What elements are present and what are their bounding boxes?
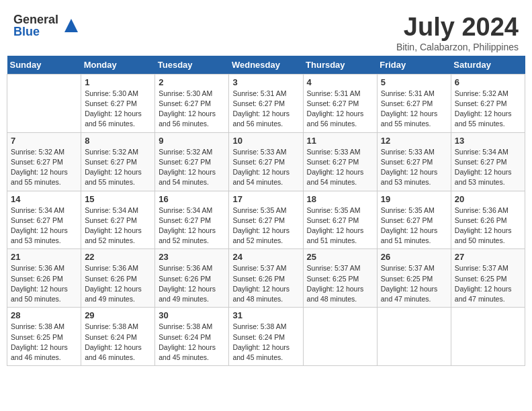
calendar-week-row: 21Sunrise: 5:36 AMSunset: 6:26 PMDayligh… bbox=[7, 249, 525, 308]
calendar-cell: 18Sunrise: 5:35 AMSunset: 6:27 PMDayligh… bbox=[303, 191, 377, 249]
day-detail: Sunrise: 5:35 AMSunset: 6:27 PMDaylight:… bbox=[232, 205, 299, 246]
day-header-wednesday: Wednesday bbox=[229, 56, 303, 75]
day-number: 18 bbox=[307, 194, 373, 204]
day-number: 7 bbox=[11, 136, 77, 146]
day-number: 6 bbox=[455, 77, 521, 87]
calendar-cell: 14Sunrise: 5:34 AMSunset: 6:27 PMDayligh… bbox=[7, 191, 81, 249]
calendar-cell: 24Sunrise: 5:37 AMSunset: 6:26 PMDayligh… bbox=[229, 249, 303, 308]
day-number: 3 bbox=[232, 77, 299, 87]
day-detail: Sunrise: 5:37 AMSunset: 6:25 PMDaylight:… bbox=[455, 263, 521, 304]
calendar-cell bbox=[377, 308, 451, 366]
calendar-cell: 6Sunrise: 5:32 AMSunset: 6:27 PMDaylight… bbox=[451, 74, 525, 132]
day-number: 27 bbox=[455, 252, 521, 262]
calendar-cell: 30Sunrise: 5:38 AMSunset: 6:24 PMDayligh… bbox=[155, 308, 229, 366]
location-text: Bitin, Calabarzon, Philippines bbox=[396, 42, 519, 52]
day-number: 17 bbox=[232, 194, 299, 204]
calendar-cell: 26Sunrise: 5:37 AMSunset: 6:25 PMDayligh… bbox=[377, 249, 451, 308]
calendar-cell: 3Sunrise: 5:31 AMSunset: 6:27 PMDaylight… bbox=[229, 74, 303, 132]
calendar-cell: 23Sunrise: 5:36 AMSunset: 6:26 PMDayligh… bbox=[155, 249, 229, 308]
svg-marker-0 bbox=[64, 19, 78, 32]
calendar-cell: 16Sunrise: 5:34 AMSunset: 6:27 PMDayligh… bbox=[155, 191, 229, 249]
day-detail: Sunrise: 5:37 AMSunset: 6:26 PMDaylight:… bbox=[232, 263, 299, 304]
day-number: 25 bbox=[307, 252, 373, 262]
page-header: General Blue July 2024 Bitin, Calabarzon… bbox=[7, 7, 525, 56]
day-detail: Sunrise: 5:31 AMSunset: 6:27 PMDaylight:… bbox=[232, 89, 299, 130]
calendar-cell: 1Sunrise: 5:30 AMSunset: 6:27 PMDaylight… bbox=[81, 74, 155, 132]
calendar-cell: 11Sunrise: 5:33 AMSunset: 6:27 PMDayligh… bbox=[303, 132, 377, 191]
calendar-cell: 9Sunrise: 5:32 AMSunset: 6:27 PMDaylight… bbox=[155, 132, 229, 191]
calendar-cell: 17Sunrise: 5:35 AMSunset: 6:27 PMDayligh… bbox=[229, 191, 303, 249]
day-detail: Sunrise: 5:31 AMSunset: 6:27 PMDaylight:… bbox=[381, 89, 447, 130]
day-header-saturday: Saturday bbox=[451, 56, 525, 75]
calendar-cell: 21Sunrise: 5:36 AMSunset: 6:26 PMDayligh… bbox=[7, 249, 81, 308]
day-detail: Sunrise: 5:33 AMSunset: 6:27 PMDaylight:… bbox=[381, 147, 447, 188]
day-number: 1 bbox=[85, 77, 151, 87]
day-number: 23 bbox=[159, 252, 225, 262]
day-number: 9 bbox=[159, 136, 225, 146]
day-detail: Sunrise: 5:38 AMSunset: 6:24 PMDaylight:… bbox=[232, 322, 299, 363]
calendar-cell: 2Sunrise: 5:30 AMSunset: 6:27 PMDaylight… bbox=[155, 74, 229, 132]
calendar-week-row: 1Sunrise: 5:30 AMSunset: 6:27 PMDaylight… bbox=[7, 74, 525, 132]
day-number: 26 bbox=[381, 252, 447, 262]
day-number: 30 bbox=[159, 310, 225, 320]
day-number: 22 bbox=[85, 252, 151, 262]
day-detail: Sunrise: 5:31 AMSunset: 6:27 PMDaylight:… bbox=[307, 89, 373, 130]
day-number: 2 bbox=[159, 77, 225, 87]
day-header-sunday: Sunday bbox=[7, 56, 81, 75]
day-number: 4 bbox=[307, 77, 373, 87]
logo: General Blue bbox=[13, 13, 81, 38]
calendar-table: SundayMondayTuesdayWednesdayThursdayFrid… bbox=[7, 56, 525, 366]
day-header-thursday: Thursday bbox=[303, 56, 377, 75]
calendar-cell: 15Sunrise: 5:34 AMSunset: 6:27 PMDayligh… bbox=[81, 191, 155, 249]
day-detail: Sunrise: 5:36 AMSunset: 6:26 PMDaylight:… bbox=[455, 205, 521, 246]
calendar-cell: 20Sunrise: 5:36 AMSunset: 6:26 PMDayligh… bbox=[451, 191, 525, 249]
calendar-week-row: 7Sunrise: 5:32 AMSunset: 6:27 PMDaylight… bbox=[7, 132, 525, 191]
day-detail: Sunrise: 5:35 AMSunset: 6:27 PMDaylight:… bbox=[381, 205, 447, 246]
day-detail: Sunrise: 5:35 AMSunset: 6:27 PMDaylight:… bbox=[307, 205, 373, 246]
day-detail: Sunrise: 5:38 AMSunset: 6:24 PMDaylight:… bbox=[85, 322, 151, 363]
month-year-title: July 2024 bbox=[396, 13, 519, 42]
day-number: 13 bbox=[455, 136, 521, 146]
calendar-cell: 27Sunrise: 5:37 AMSunset: 6:25 PMDayligh… bbox=[451, 249, 525, 308]
day-detail: Sunrise: 5:32 AMSunset: 6:27 PMDaylight:… bbox=[85, 147, 151, 188]
day-number: 8 bbox=[85, 136, 151, 146]
day-detail: Sunrise: 5:32 AMSunset: 6:27 PMDaylight:… bbox=[11, 147, 77, 188]
calendar-cell: 12Sunrise: 5:33 AMSunset: 6:27 PMDayligh… bbox=[377, 132, 451, 191]
day-detail: Sunrise: 5:36 AMSunset: 6:26 PMDaylight:… bbox=[11, 263, 77, 304]
calendar-cell: 29Sunrise: 5:38 AMSunset: 6:24 PMDayligh… bbox=[81, 308, 155, 366]
day-number: 11 bbox=[307, 136, 373, 146]
day-detail: Sunrise: 5:37 AMSunset: 6:25 PMDaylight:… bbox=[381, 263, 447, 304]
day-detail: Sunrise: 5:34 AMSunset: 6:27 PMDaylight:… bbox=[159, 205, 225, 246]
calendar-cell: 7Sunrise: 5:32 AMSunset: 6:27 PMDaylight… bbox=[7, 132, 81, 191]
day-number: 31 bbox=[232, 310, 299, 320]
day-detail: Sunrise: 5:30 AMSunset: 6:27 PMDaylight:… bbox=[85, 89, 151, 130]
day-detail: Sunrise: 5:38 AMSunset: 6:24 PMDaylight:… bbox=[159, 322, 225, 363]
calendar-cell: 8Sunrise: 5:32 AMSunset: 6:27 PMDaylight… bbox=[81, 132, 155, 191]
calendar-header-row: SundayMondayTuesdayWednesdayThursdayFrid… bbox=[7, 56, 525, 75]
calendar-cell: 5Sunrise: 5:31 AMSunset: 6:27 PMDaylight… bbox=[377, 74, 451, 132]
day-header-tuesday: Tuesday bbox=[155, 56, 229, 75]
calendar-cell bbox=[451, 308, 525, 366]
calendar-cell: 25Sunrise: 5:37 AMSunset: 6:25 PMDayligh… bbox=[303, 249, 377, 308]
day-number: 14 bbox=[11, 194, 77, 204]
calendar-cell: 4Sunrise: 5:31 AMSunset: 6:27 PMDaylight… bbox=[303, 74, 377, 132]
day-number: 15 bbox=[85, 194, 151, 204]
calendar-cell: 19Sunrise: 5:35 AMSunset: 6:27 PMDayligh… bbox=[377, 191, 451, 249]
day-detail: Sunrise: 5:34 AMSunset: 6:27 PMDaylight:… bbox=[85, 205, 151, 246]
day-number: 10 bbox=[232, 136, 299, 146]
day-number: 12 bbox=[381, 136, 447, 146]
day-number: 28 bbox=[11, 310, 77, 320]
day-number: 5 bbox=[381, 77, 447, 87]
day-number: 19 bbox=[381, 194, 447, 204]
calendar-cell: 28Sunrise: 5:38 AMSunset: 6:25 PMDayligh… bbox=[7, 308, 81, 366]
calendar-cell bbox=[7, 74, 81, 132]
day-detail: Sunrise: 5:33 AMSunset: 6:27 PMDaylight:… bbox=[307, 147, 373, 188]
calendar-cell: 31Sunrise: 5:38 AMSunset: 6:24 PMDayligh… bbox=[229, 308, 303, 366]
day-number: 16 bbox=[159, 194, 225, 204]
logo-blue-text: Blue bbox=[13, 26, 58, 38]
logo-general-text: General bbox=[13, 13, 58, 26]
day-number: 20 bbox=[455, 194, 521, 204]
day-detail: Sunrise: 5:30 AMSunset: 6:27 PMDaylight:… bbox=[159, 89, 225, 130]
logo-icon bbox=[61, 15, 81, 36]
calendar-cell bbox=[303, 308, 377, 366]
